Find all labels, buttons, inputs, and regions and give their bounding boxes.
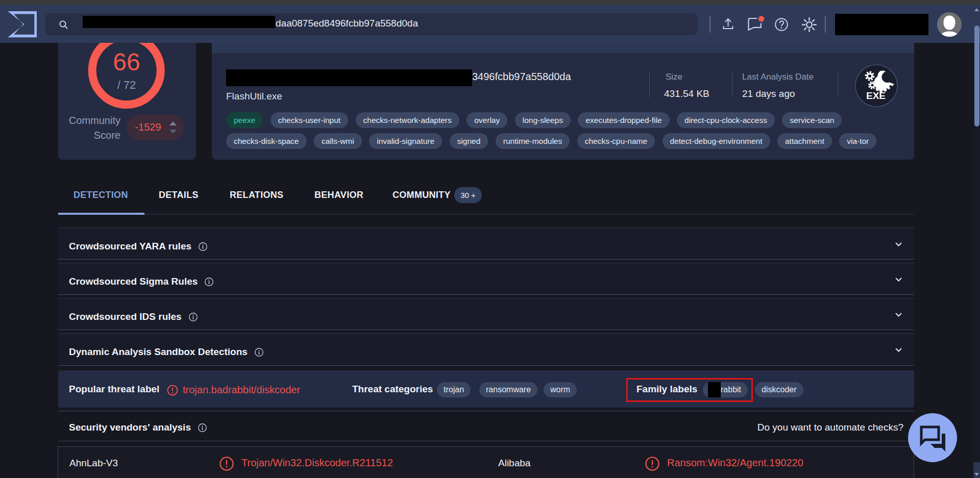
svg-text:EXE: EXE bbox=[866, 90, 886, 101]
